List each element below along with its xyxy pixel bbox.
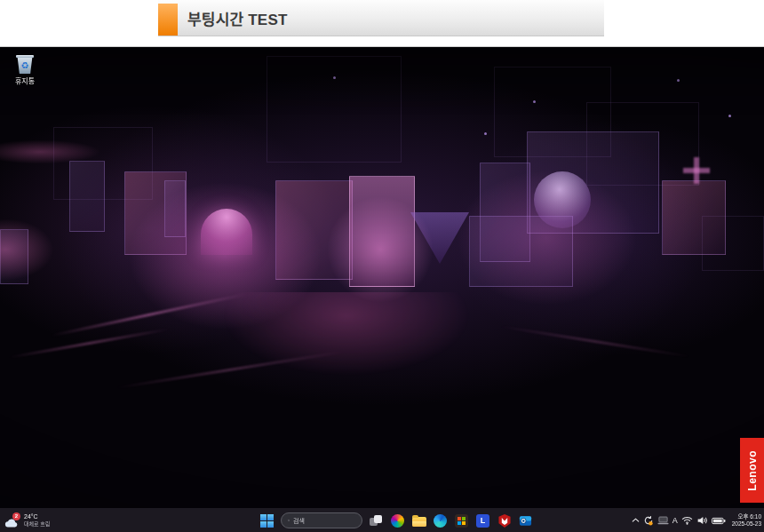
microsoft-store-icon bbox=[455, 514, 468, 528]
chevron-up-icon bbox=[632, 518, 640, 523]
tray-device-button[interactable] bbox=[657, 516, 669, 525]
taskbar-center: L bbox=[259, 508, 533, 532]
laptop-icon bbox=[657, 516, 669, 525]
taskbar-search[interactable] bbox=[281, 512, 362, 528]
edge-browser-button[interactable] bbox=[433, 513, 448, 528]
desktop-icon-recycle-bin[interactable]: ♻ 휴지통 bbox=[5, 54, 44, 85]
tray-battery-button[interactable] bbox=[712, 517, 726, 525]
banner-accent-block bbox=[158, 4, 178, 36]
file-explorer-button[interactable] bbox=[411, 513, 426, 528]
task-view-button[interactable] bbox=[369, 513, 384, 528]
recycle-bin-icon: ♻ bbox=[16, 54, 34, 74]
folder-icon bbox=[412, 517, 426, 527]
lenovo-badge: Lenovo bbox=[740, 438, 764, 503]
widgets-weather-button[interactable]: 2 24°C 대체로 흐림 bbox=[4, 508, 50, 532]
weather-condition: 대체로 흐림 bbox=[24, 520, 50, 528]
tray-chevron-up-button[interactable] bbox=[632, 518, 640, 523]
microsoft-store-button[interactable] bbox=[454, 513, 469, 528]
windows-logo-icon bbox=[260, 513, 275, 528]
mcafee-shield-icon bbox=[498, 514, 511, 528]
page-title: 부팅시간 TEST bbox=[187, 0, 288, 36]
wallpaper bbox=[0, 47, 764, 532]
system-tray: A bbox=[632, 508, 761, 532]
speaker-icon bbox=[696, 516, 708, 525]
lenovo-app-icon: L bbox=[476, 514, 489, 528]
edge-icon bbox=[434, 514, 447, 528]
title-banner: 부팅시간 TEST bbox=[158, 0, 604, 36]
search-icon bbox=[288, 517, 290, 524]
photos-app-button[interactable] bbox=[390, 513, 405, 528]
tray-volume-button[interactable] bbox=[696, 516, 708, 525]
clock-date: 2025-05-23 bbox=[732, 520, 761, 528]
weather-badge: 2 bbox=[12, 512, 20, 520]
wifi-icon bbox=[681, 516, 693, 525]
outlook-icon bbox=[519, 514, 532, 528]
weather-temperature: 24°C bbox=[24, 513, 50, 520]
start-button[interactable] bbox=[259, 513, 275, 528]
taskbar: 2 24°C 대체로 흐림 bbox=[0, 508, 764, 532]
lenovo-badge-label: Lenovo bbox=[746, 450, 759, 491]
lenovo-vantage-button[interactable]: L bbox=[475, 513, 490, 528]
tray-wifi-button[interactable] bbox=[681, 516, 693, 525]
battery-icon bbox=[712, 517, 726, 525]
photos-icon bbox=[391, 514, 404, 528]
tray-clock[interactable]: 오후 6:10 2025-05-23 bbox=[732, 513, 761, 528]
desktop: ♻ 휴지통 Lenovo 2 24°C 대체로 흐림 bbox=[0, 46, 764, 532]
ime-indicator[interactable]: A bbox=[672, 516, 678, 525]
search-input[interactable] bbox=[293, 518, 355, 524]
clock-time: 오후 6:10 bbox=[738, 513, 761, 520]
task-view-icon bbox=[370, 514, 383, 527]
recycle-bin-label: 휴지통 bbox=[15, 75, 35, 85]
weather-cloud-icon: 2 bbox=[4, 514, 20, 528]
tray-update-button[interactable] bbox=[643, 515, 654, 526]
mcafee-button[interactable] bbox=[497, 513, 512, 528]
outlook-button[interactable] bbox=[518, 513, 533, 528]
sync-update-icon bbox=[643, 515, 654, 526]
